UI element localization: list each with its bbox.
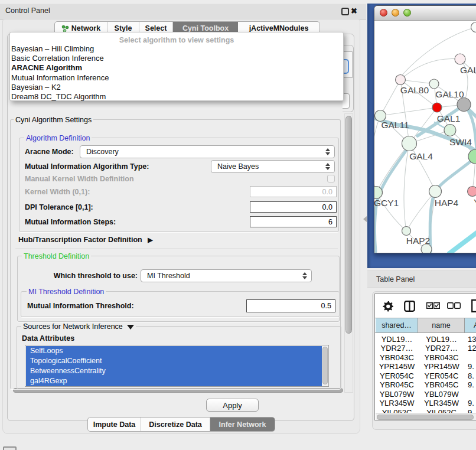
cell-name: YBR045C (418, 380, 465, 389)
cell-value: 9. (468, 362, 476, 371)
kernel-width-field[interactable]: 0.0 (250, 186, 337, 197)
hub-definition-toggle[interactable]: Hub/Transcription Factor Definition ▶ (18, 236, 153, 244)
cell-shared-name: YBL079W (376, 390, 418, 399)
control-panel-title: Control Panel (5, 6, 50, 15)
unselect-all-checkboxes-icon[interactable] (447, 302, 461, 309)
zoom-window-icon[interactable] (403, 9, 411, 17)
algorithm-popup-item[interactable]: Dream8 DC_TDC Algorithm (11, 92, 340, 102)
list-scrollbar[interactable] (322, 346, 328, 386)
graph-node[interactable] (402, 227, 411, 236)
graph-node-label: GAL11 (381, 120, 409, 130)
cell-shared-name: YDL19… (376, 335, 418, 344)
combo-stepper-icon (325, 148, 330, 155)
table-row[interactable]: YDL19… YDL19… 13 (375, 335, 476, 344)
network-window-titlebar[interactable] (374, 6, 476, 21)
graph-node-label: GAL (460, 65, 476, 75)
graph-node[interactable] (429, 185, 442, 198)
select-all-checkboxes-icon[interactable] (426, 302, 440, 309)
table-horizontal-scrollbar[interactable] (376, 413, 476, 420)
mi-threshold-field[interactable]: 0.5 (246, 299, 335, 312)
cell-value: 8. (468, 371, 476, 380)
graph-node[interactable] (396, 75, 406, 85)
list-item[interactable]: gal4RGexp (26, 376, 322, 386)
list-scrollbar-thumb[interactable] (322, 347, 328, 384)
close-window-icon[interactable] (380, 9, 387, 17)
cell-value: 12 (468, 344, 476, 353)
cell-name: YER054C (418, 371, 465, 380)
gear-icon[interactable] (383, 301, 393, 312)
aracne-mode-combo[interactable]: Discovery (80, 145, 335, 158)
graph-node-label: GCY1 (374, 198, 399, 208)
table-box: shared… name A YDL19… YDL19… 13 YDR27… Y… (374, 294, 476, 420)
mi-algorithm-type-combo[interactable]: Naive Bayes (211, 160, 335, 173)
list-item[interactable]: TopologicalCoefficient (26, 356, 322, 366)
close-panel-icon[interactable]: ✖ (351, 6, 357, 15)
cell-name: YDL19… (418, 335, 465, 344)
graph-node[interactable] (432, 103, 442, 112)
new-file-icon[interactable] (471, 299, 476, 312)
manual-kernel-width-checkbox[interactable] (327, 175, 335, 182)
apply-button-label: Apply (223, 401, 242, 410)
graph-node[interactable] (468, 187, 476, 197)
column-header-shared-name[interactable]: shared… (376, 318, 418, 332)
tab-discretize-data-label: Discretize Data (149, 420, 202, 429)
tab-impute-data[interactable]: Impute Data (88, 418, 141, 431)
network-canvas[interactable]: GAL GAL80 GAL10 GAL1 GAL11 SWI4 GAL4 GCY… (374, 21, 476, 253)
minimize-window-icon[interactable] (392, 9, 399, 17)
graph-node[interactable] (444, 125, 456, 136)
algorithm-popup-list: Bayesian – Hill Climbing Basic Correlati… (11, 44, 340, 102)
list-item[interactable]: BetweennessCentrality (26, 366, 322, 376)
control-panel-titlebar (0, 3, 366, 20)
mi-threshold-definition-title: MI Threshold Definition (27, 288, 106, 296)
which-threshold-combo[interactable]: MI Threshold (141, 269, 312, 282)
restore-panel-icon[interactable] (3, 446, 17, 450)
graph-node-label: HAP2 (406, 236, 431, 246)
table-row[interactable]: YBR045C YBR045C 9. (375, 380, 476, 389)
network-window[interactable]: GAL GAL80 GAL10 GAL1 GAL11 SWI4 GAL4 GCY… (374, 5, 476, 253)
tab-discretize-data[interactable]: Discretize Data (141, 418, 210, 431)
bottom-tabbar: Impute Data Discretize Data Infer Networ… (87, 417, 275, 432)
sources-group-title[interactable]: Sources for Network Inference (21, 322, 136, 331)
graph-node[interactable] (457, 98, 471, 112)
table-rows: YDL19… YDL19… 13 YDR27… YDR27… 12 YBR043… (375, 335, 476, 420)
list-item[interactable]: SelfLoops (26, 346, 322, 356)
mi-algorithm-type-label: Mutual Information Algorithm Type: (25, 162, 149, 171)
which-threshold-value: MI Threshold (141, 272, 302, 280)
algorithm-popup-item[interactable]: Bayesian – Hill Climbing (11, 44, 340, 54)
split-columns-icon[interactable] (404, 301, 415, 312)
graph-node[interactable] (455, 54, 465, 64)
algorithm-popup-item[interactable]: Mutual Information Inference (11, 73, 340, 83)
data-attributes-list[interactable]: SelfLoops TopologicalCoefficient Between… (25, 345, 329, 387)
float-window-icon[interactable] (341, 8, 349, 15)
column-header-name[interactable]: name (418, 318, 465, 332)
graph-node[interactable] (429, 79, 439, 89)
table-row[interactable]: YER054C YER054C 8. (375, 371, 476, 380)
settings-vertical-scrollbar-thumb[interactable] (345, 116, 352, 334)
table-row[interactable]: YDR27… YDR27… 12 (375, 344, 476, 353)
apply-button[interactable]: Apply (206, 399, 259, 412)
mi-steps-field[interactable]: 6 (250, 216, 337, 227)
tab-infer-network[interactable]: Infer Network (210, 418, 275, 431)
table-row[interactable]: YPR145W YPR145W 9. (375, 362, 476, 371)
algorithm-popup-item[interactable]: ARACNE Algorithm (11, 63, 340, 73)
table-row[interactable]: YLR345W YLR345W 9. (375, 399, 476, 407)
threshold-definition-title: Threshold Definition (22, 252, 91, 260)
cell-name: YBR043C (418, 353, 465, 362)
tab-network-label: Network (71, 24, 100, 32)
list-selection: SelfLoops TopologicalCoefficient Between… (26, 346, 322, 386)
graph-node[interactable] (402, 136, 417, 151)
graph-node-label: GAL4 (409, 151, 433, 161)
table-horizontal-scrollbar-thumb[interactable] (377, 415, 474, 420)
collapse-down-icon (127, 325, 134, 330)
table-row[interactable]: YBL079W YBL079W (375, 390, 476, 399)
graph-node[interactable] (471, 22, 476, 32)
split-pane-collapse-icon[interactable] (363, 216, 367, 222)
tab-impute-data-label: Impute Data (93, 420, 136, 429)
column-header-partial[interactable]: A (465, 318, 476, 332)
dpi-tolerance-field[interactable]: 0.0 (250, 201, 337, 213)
algorithm-popup-item[interactable]: Basic Correlation Inference (11, 54, 340, 63)
combo-stepper-icon (302, 272, 307, 279)
combo-stepper-icon (325, 163, 330, 170)
algorithm-popup-item[interactable]: Bayesian – K2 (11, 83, 340, 92)
table-row[interactable]: YBR043C YBR043C (375, 353, 476, 362)
